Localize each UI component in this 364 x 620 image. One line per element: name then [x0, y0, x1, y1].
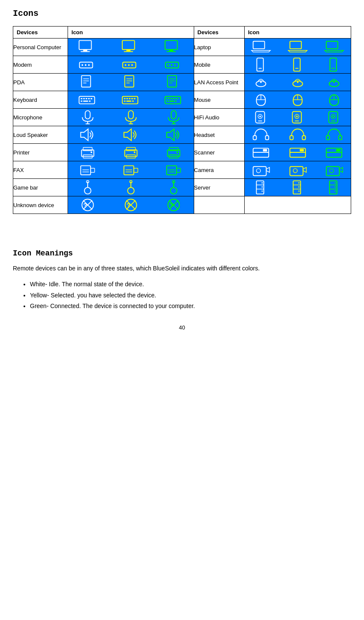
icons-table: Devices Icon Devices Icon Personal Compu…	[13, 26, 351, 214]
svg-rect-5	[124, 51, 133, 52]
svg-rect-38	[168, 76, 177, 87]
svg-point-23	[174, 64, 176, 66]
meanings-item-white: White- Idle. The normal state of the dev…	[30, 279, 351, 290]
table-row: Unknown device ?	[13, 196, 351, 214]
device-name: Laptop	[194, 39, 244, 56]
device-name: Mouse	[194, 91, 244, 109]
svg-rect-26	[293, 58, 300, 71]
svg-marker-102	[81, 129, 88, 141]
fax-icon-yellow	[121, 161, 141, 178]
svg-rect-133	[91, 168, 95, 172]
device-icon-cell	[68, 109, 194, 126]
svg-rect-7	[169, 50, 174, 51]
svg-rect-57	[122, 96, 138, 104]
camera-icon-yellow	[287, 161, 308, 178]
server-icon-yellow	[287, 179, 308, 196]
svg-rect-10	[290, 42, 302, 49]
svg-rect-74	[175, 101, 177, 102]
svg-rect-60	[129, 98, 130, 99]
svg-rect-66	[165, 96, 181, 104]
svg-point-118	[134, 151, 136, 153]
svg-point-43	[260, 81, 262, 83]
svg-rect-49	[81, 98, 83, 99]
loud-speaker-icon-yellow	[121, 126, 141, 143]
device-name: Server	[194, 179, 244, 196]
microphone-icon-yellow	[121, 109, 141, 126]
svg-rect-132	[81, 166, 91, 175]
svg-point-45	[297, 81, 299, 83]
svg-rect-61	[131, 98, 133, 99]
svg-rect-68	[169, 98, 171, 99]
svg-rect-62	[134, 98, 136, 99]
gamebar-icon-yellow	[121, 179, 141, 196]
svg-point-96	[296, 116, 298, 117]
mobile-icon-green	[324, 56, 344, 73]
svg-point-47	[333, 81, 335, 83]
svg-rect-67	[167, 98, 169, 99]
laptop-icon-yellow	[287, 39, 308, 56]
svg-rect-27	[295, 68, 299, 69]
svg-point-164	[262, 190, 263, 192]
svg-rect-28	[330, 58, 337, 71]
device-name: HiFi Audio	[194, 109, 244, 126]
device-icon-cell	[68, 74, 194, 91]
svg-rect-93	[258, 121, 263, 122]
hifi-audio-icon-yellow	[287, 109, 308, 126]
microphone-icon-green	[163, 109, 184, 126]
svg-rect-59	[126, 98, 128, 99]
loud-speaker-icon-white	[77, 126, 98, 143]
col2-header: Icon	[68, 27, 194, 39]
svg-rect-6	[165, 41, 178, 50]
svg-marker-104	[167, 129, 174, 141]
unknown-device-icon-yellow: ?	[121, 196, 141, 214]
svg-point-175	[335, 187, 336, 188]
page-number: 40	[13, 324, 351, 331]
page-title: Icons	[13, 9, 351, 18]
svg-rect-48	[79, 96, 95, 104]
svg-rect-0	[79, 41, 92, 50]
device-name: LAN Access Point	[194, 74, 244, 91]
svg-rect-84	[128, 111, 133, 119]
device-name: FAX	[13, 161, 68, 179]
svg-rect-54	[81, 101, 83, 102]
device-name: Camera	[194, 161, 244, 179]
headset-icon-yellow	[287, 126, 308, 143]
svg-rect-29	[332, 68, 335, 69]
svg-rect-81	[86, 111, 91, 119]
svg-rect-4	[126, 50, 130, 51]
svg-point-162	[262, 182, 263, 184]
device-name: Printer	[13, 144, 68, 161]
col3-header: Devices	[194, 27, 244, 39]
scanner-icon-yellow	[287, 144, 308, 161]
server-icon-green	[324, 179, 344, 196]
device-icon-cell	[244, 161, 351, 179]
svg-point-149	[330, 169, 334, 173]
device-name: Modem	[13, 56, 68, 74]
svg-rect-56	[89, 101, 91, 102]
meanings-item-green: Green- Connected. The device is connecte…	[30, 301, 351, 311]
headset-icon-green	[324, 126, 344, 143]
col4-header: Icon	[244, 27, 351, 39]
svg-rect-50	[83, 98, 85, 99]
svg-point-153	[127, 187, 134, 194]
scanner-icon-green	[324, 144, 344, 161]
modem-icon-white	[77, 56, 98, 73]
svg-rect-141	[177, 168, 181, 172]
table-row: Personal Computer	[13, 39, 351, 56]
col1-header: Devices	[13, 27, 68, 39]
svg-point-22	[171, 64, 173, 66]
loud-speaker-icon-green	[163, 126, 184, 143]
svg-rect-144	[253, 166, 266, 175]
svg-rect-64	[126, 101, 131, 102]
svg-rect-51	[86, 98, 87, 99]
table-row: Modem	[13, 56, 351, 74]
device-icon-cell	[244, 126, 351, 144]
svg-rect-136	[124, 166, 133, 175]
svg-rect-137	[134, 168, 138, 172]
device-icon-cell	[244, 109, 351, 126]
svg-point-163	[262, 187, 263, 188]
svg-rect-2	[81, 51, 90, 52]
unknown-device-icon-white: ?	[77, 196, 98, 214]
modem-icon-yellow	[121, 56, 141, 73]
keyboard-icon-white	[77, 91, 98, 108]
